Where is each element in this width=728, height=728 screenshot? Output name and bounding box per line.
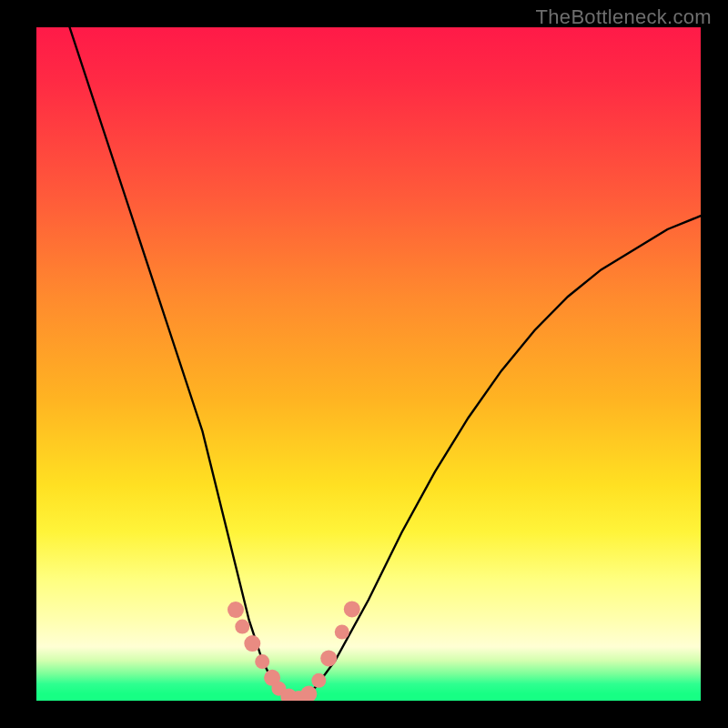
- marker-dot: [255, 654, 269, 669]
- marker-dot: [235, 620, 249, 634]
- marker-dot: [244, 635, 260, 652]
- marker-dot: [311, 673, 326, 688]
- chart-frame: TheBottleneck.com: [0, 0, 728, 728]
- curve-layer: [36, 27, 701, 701]
- marker-dot: [335, 625, 349, 640]
- marker-dot: [228, 602, 244, 618]
- plot-area: [36, 27, 701, 701]
- watermark-text: TheBottleneck.com: [536, 5, 712, 29]
- marker-dot: [320, 650, 337, 666]
- marker-dot: [344, 601, 360, 617]
- bottleneck-curve: [70, 27, 702, 701]
